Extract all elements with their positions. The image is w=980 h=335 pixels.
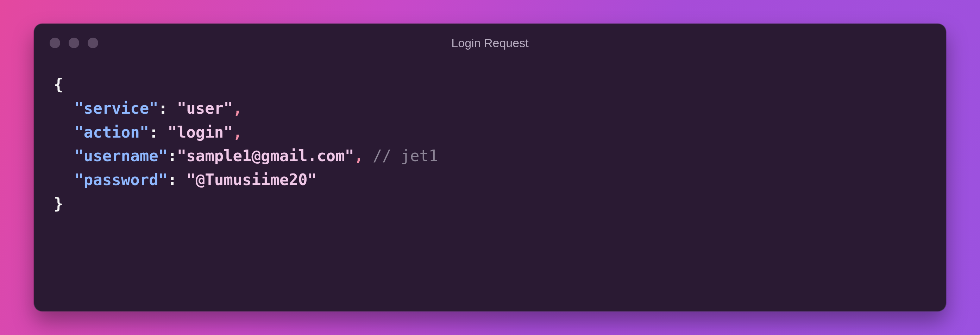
- json-key: "action": [74, 123, 149, 141]
- maximize-icon[interactable]: [88, 38, 98, 48]
- json-key: "username": [74, 147, 167, 165]
- window-controls: [49, 38, 98, 48]
- open-brace: {: [54, 75, 64, 93]
- json-value: "user": [177, 99, 233, 117]
- comma: ,: [233, 99, 243, 117]
- json-key: "service": [74, 99, 158, 117]
- json-key: "password": [74, 171, 167, 189]
- colon: :: [167, 171, 177, 189]
- space: [158, 123, 168, 141]
- json-value: "login": [167, 123, 233, 141]
- window-title: Login Request: [34, 36, 946, 50]
- close-icon[interactable]: [49, 38, 60, 48]
- space: [364, 147, 373, 165]
- json-value: "sample1@gmail.com": [177, 147, 354, 165]
- comma: ,: [354, 147, 364, 165]
- colon: :: [149, 123, 158, 141]
- space: [167, 99, 177, 117]
- json-value: "@Tumusiime20": [186, 171, 317, 189]
- code-comment: // jet1: [373, 147, 438, 165]
- colon: :: [167, 147, 177, 165]
- close-brace: }: [54, 195, 64, 213]
- code-content[interactable]: { "service": "user", "action": "login", …: [34, 62, 946, 311]
- minimize-icon[interactable]: [68, 38, 79, 48]
- window-titlebar: Login Request: [34, 24, 946, 62]
- code-window: Login Request { "service": "user", "acti…: [34, 24, 946, 311]
- space: [177, 171, 186, 189]
- colon: :: [158, 99, 168, 117]
- comma: ,: [233, 123, 243, 141]
